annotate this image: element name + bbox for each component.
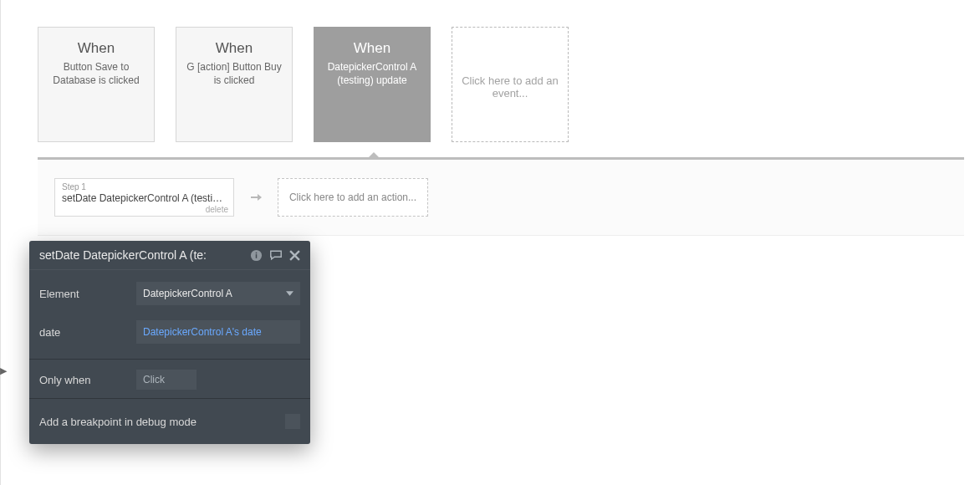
- panel-header[interactable]: setDate DatepickerControl A (te:: [29, 241, 310, 270]
- event-desc: DatepickerControl A (testing) update: [323, 60, 421, 87]
- event-desc: G [action] Button Buy is clicked: [185, 60, 283, 87]
- when-label: When: [323, 40, 421, 57]
- element-dropdown-value: DatepickerControl A: [143, 288, 232, 299]
- event-caret-icon: [366, 152, 381, 160]
- event-add-placeholder: Click here to add an event...: [461, 74, 559, 100]
- prop-row-element: Element DatepickerControl A: [39, 282, 300, 305]
- prop-label-onlywhen: Only when: [39, 374, 136, 386]
- prop-label-element: Element: [39, 288, 136, 300]
- chevron-down-icon: [286, 291, 293, 296]
- action-add-card[interactable]: Click here to add an action...: [278, 178, 428, 217]
- onlywhen-input[interactable]: Click: [136, 370, 197, 390]
- breakpoint-checkbox[interactable]: [285, 414, 300, 429]
- panel-body: Element DatepickerControl A date Datepic…: [29, 270, 310, 444]
- breakpoint-label: Add a breakpoint in debug mode: [39, 416, 197, 428]
- date-expression-field[interactable]: DatepickerControl A's date: [136, 320, 300, 344]
- svg-rect-2: [256, 252, 258, 253]
- date-expression-value: DatepickerControl A's date: [143, 326, 262, 338]
- event-add-card[interactable]: Click here to add an event...: [452, 27, 569, 142]
- panel-divider-2: [29, 398, 310, 399]
- action-add-placeholder: Click here to add an action...: [289, 191, 416, 203]
- property-panel: setDate DatepickerControl A (te: Element…: [29, 241, 310, 444]
- panel-header-icons: [250, 249, 300, 262]
- actions-wrap: Step 1 setDate DatepickerControl A (test…: [38, 157, 964, 236]
- prop-row-breakpoint: Add a breakpoint in debug mode: [39, 409, 300, 437]
- panel-title: setDate DatepickerControl A (te:: [39, 248, 207, 262]
- svg-rect-1: [256, 254, 258, 258]
- info-icon[interactable]: [250, 249, 263, 262]
- event-desc: Button Save to Database is clicked: [47, 60, 145, 87]
- sidebar-expand-handle[interactable]: ▶: [0, 365, 7, 376]
- comment-icon[interactable]: [269, 249, 283, 262]
- element-dropdown[interactable]: DatepickerControl A: [136, 282, 300, 305]
- step-label: Step 1: [62, 182, 227, 191]
- events-row: When Button Save to Database is clicked …: [1, 0, 980, 142]
- prop-row-date: date DatepickerControl A's date: [39, 320, 300, 344]
- prop-row-onlywhen: Only when Click: [39, 370, 300, 390]
- arrow-right-icon: [249, 191, 263, 204]
- event-card-1[interactable]: When Button Save to Database is clicked: [38, 27, 155, 142]
- onlywhen-placeholder: Click: [143, 374, 165, 385]
- panel-divider: [29, 359, 310, 360]
- when-label: When: [185, 40, 283, 57]
- step-delete-link[interactable]: delete: [206, 205, 228, 214]
- when-label: When: [47, 40, 145, 57]
- close-icon[interactable]: [289, 250, 300, 261]
- event-card-2[interactable]: When G [action] Button Buy is clicked: [176, 27, 293, 142]
- step-title: setDate DatepickerControl A (testing): [62, 192, 227, 204]
- action-step-card[interactable]: Step 1 setDate DatepickerControl A (test…: [54, 178, 234, 217]
- prop-label-date: date: [39, 326, 136, 339]
- event-card-3-selected[interactable]: When DatepickerControl A (testing) updat…: [314, 27, 431, 142]
- actions-strip: Step 1 setDate DatepickerControl A (test…: [38, 160, 964, 236]
